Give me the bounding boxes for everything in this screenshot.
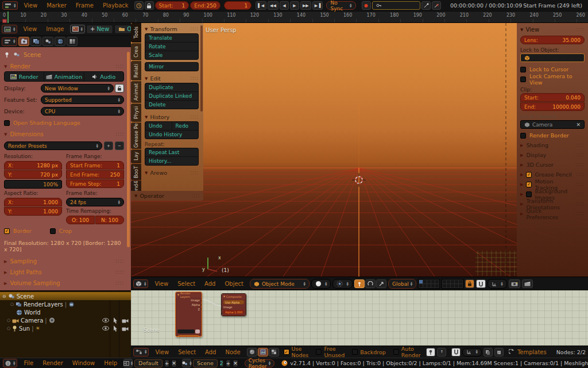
collapsed-panel-header[interactable]: ▶ Light Paths ::::	[4, 267, 124, 278]
panel-drag-dots[interactable]: ::::	[115, 281, 124, 286]
use-alpha-toggle[interactable]: Use Alpha	[223, 300, 244, 304]
viewport-menu-item[interactable]: Select	[173, 281, 200, 287]
socket-z-out[interactable]	[201, 308, 202, 310]
add-layout-button[interactable]: +	[164, 359, 170, 367]
node-render-layers[interactable]: ▼Render Layers Image Alpha Z RenderLayer	[175, 292, 202, 337]
device-dropdown[interactable]: CPU ▲▼	[41, 107, 124, 116]
info-menu-item[interactable]: Window	[68, 360, 99, 366]
add-scene-button[interactable]: +	[226, 359, 231, 367]
timeline-editor-type-button[interactable]: ▲▼	[2, 1, 18, 10]
tab-object[interactable]	[67, 37, 78, 46]
timeline-menu-item[interactable]: Marker	[42, 2, 71, 9]
opengl-render-anim-button[interactable]	[522, 279, 533, 288]
panel-drag-dots[interactable]: ::::	[576, 143, 585, 148]
translate-button[interactable]: Translate	[145, 34, 198, 42]
panel-drag-dots[interactable]: ::::	[576, 191, 585, 197]
properties-editor-type-button[interactable]: ▲▼	[2, 37, 17, 46]
current-frame-indicator[interactable]	[7, 12, 9, 23]
info-menu-item[interactable]: Help	[99, 360, 122, 366]
tab-booltool[interactable]: BooT	[131, 164, 141, 180]
tab-grease-pencil[interactable]: Grease Pe	[131, 122, 141, 149]
image-editor-type-button[interactable]: ▲▼	[2, 25, 17, 33]
collapse-icon[interactable]: ○	[7, 318, 10, 323]
panel-drag-dots[interactable]: ::::	[576, 162, 585, 167]
pivot-dropdown[interactable]: ▲▼	[332, 279, 352, 289]
backdrop-toggle[interactable]: Backdrop	[349, 349, 389, 355]
next-keyframe-button[interactable]: ▶▶	[300, 1, 311, 10]
timeline-menu-item[interactable]: Frame	[71, 2, 98, 9]
dimensions-panel-header[interactable]: ▼ Dimensions ::::	[4, 129, 124, 139]
renderability-camera-icon[interactable]	[122, 318, 129, 323]
repeat-last-button[interactable]: Repeat Last	[145, 148, 198, 156]
node-layer-field[interactable]: RenderLayer	[177, 335, 200, 337]
aspect-y-field[interactable]: Y:1.000	[4, 207, 62, 216]
lock-time-button[interactable]	[145, 1, 154, 10]
record-button[interactable]: ●	[362, 1, 371, 10]
frame-step-field[interactable]: Frame Step:1	[66, 179, 124, 188]
mirror-button[interactable]: Mirror	[145, 63, 198, 71]
alpha-field[interactable]: Alpha:1.000	[223, 310, 244, 314]
keying-set-field[interactable]	[372, 1, 421, 10]
viewport-3d[interactable]: User Persp x y (1) Tools Crea Relati Ani…	[131, 23, 588, 277]
collapsed-panel-header[interactable]: ▶ Volume Sampling ::::	[4, 278, 124, 289]
render-presets-dropdown[interactable]: Render Presets ▲▼	[4, 141, 102, 150]
collapse-icon[interactable]: ○	[10, 302, 14, 306]
timeline-marker[interactable]	[2, 19, 7, 23]
node-editor[interactable]: ▼Render Layers Image Alpha Z RenderLayer…	[131, 290, 588, 346]
orientation-dropdown[interactable]: Global ▲▼	[388, 279, 416, 289]
preset-add-button[interactable]: +	[104, 141, 113, 150]
manipulator-translate-button[interactable]	[354, 279, 365, 288]
render-engine-dropdown[interactable]: Cycles Render ▲▼	[245, 359, 275, 367]
sync-mode-dropdown[interactable]: No Sync ▲▼	[326, 1, 355, 10]
timeline-menu-item[interactable]: View	[19, 2, 42, 9]
panel-checkbox[interactable]: ✓	[526, 182, 532, 187]
scene-name-field[interactable]: Scene	[193, 359, 218, 367]
info-menu-item[interactable]: File	[19, 360, 38, 366]
node-composite[interactable]: ▼Composite Use Alpha Image Alpha:1.000 Z…	[221, 293, 246, 316]
renderability-camera-icon[interactable]	[122, 326, 129, 331]
tab-scene[interactable]	[42, 37, 53, 46]
osl-checkbox[interactable]	[4, 120, 10, 126]
panel-drag-dots[interactable]: ::::	[115, 259, 124, 264]
z-field[interactable]: Z:1.000	[223, 315, 244, 316]
info-menu-item[interactable]: Render	[38, 360, 68, 366]
free-unused-toggle[interactable]: Free Unused	[313, 346, 347, 358]
outliner-row-renderlayers[interactable]: ○ RenderLayers |	[0, 300, 131, 308]
undo-history-button[interactable]: Undo History	[145, 131, 198, 139]
delete-keyframe-button[interactable]	[432, 1, 441, 10]
prev-keyframe-button[interactable]: ◀◀	[268, 1, 278, 10]
scene-users-button[interactable]: 2	[219, 359, 224, 367]
tab-animation[interactable]: Animat	[131, 81, 141, 103]
delete-layout-button[interactable]: ✕	[171, 359, 177, 367]
resolution-y-field[interactable]: Y:720 px	[4, 170, 62, 179]
scene-browse-button[interactable]: ▲▼	[182, 359, 191, 367]
clear-icon[interactable]: ✕	[576, 122, 581, 128]
templates-dropdown[interactable]: Templates	[509, 349, 547, 355]
scale-button[interactable]: Scale	[145, 51, 198, 59]
info-editor-type-button[interactable]: i ▲▼	[3, 359, 17, 367]
texture-nodes-tab[interactable]	[269, 348, 279, 356]
lock-cursor-checkbox[interactable]	[520, 67, 526, 72]
node-scene-field[interactable]	[177, 329, 195, 334]
duplicate-linked-button[interactable]: Duplicate Linked	[145, 92, 198, 100]
crop-checkbox[interactable]	[50, 228, 56, 234]
n-panel-collapsed-header[interactable]: ▶ Shading ::::	[520, 140, 585, 150]
node-editor-menu-item[interactable]: Node	[220, 349, 245, 355]
lock-camera-checkbox[interactable]	[520, 76, 526, 82]
insert-keyframe-button[interactable]	[421, 1, 431, 10]
visibility-eye-icon[interactable]	[102, 326, 109, 331]
addon-panel-header[interactable]: ▼Arewo::::	[145, 168, 199, 177]
node-editor-type-button[interactable]: ▲▼	[133, 348, 149, 356]
frame-rate-dropdown[interactable]: 24 fps▲▼	[66, 198, 124, 206]
panel-drag-dots[interactable]: ::::	[576, 211, 585, 216]
tab-tools[interactable]: Tools	[131, 23, 141, 43]
properties-scrollbar[interactable]	[127, 52, 130, 247]
socket-alpha-out[interactable]	[201, 304, 202, 306]
rotate-button[interactable]: Rotate	[145, 43, 198, 51]
feature-set-dropdown[interactable]: Supported ▲▼	[41, 95, 124, 104]
viewport-menu-item[interactable]: Add	[200, 281, 220, 287]
jump-to-end-button[interactable]: ▶▐	[312, 1, 323, 10]
tab-physics[interactable]: Physi	[131, 103, 141, 122]
timeline-ruler[interactable]: 0102030405060708090100110120130140150160…	[0, 12, 588, 23]
screen-layout-field[interactable]: Default	[134, 359, 163, 367]
